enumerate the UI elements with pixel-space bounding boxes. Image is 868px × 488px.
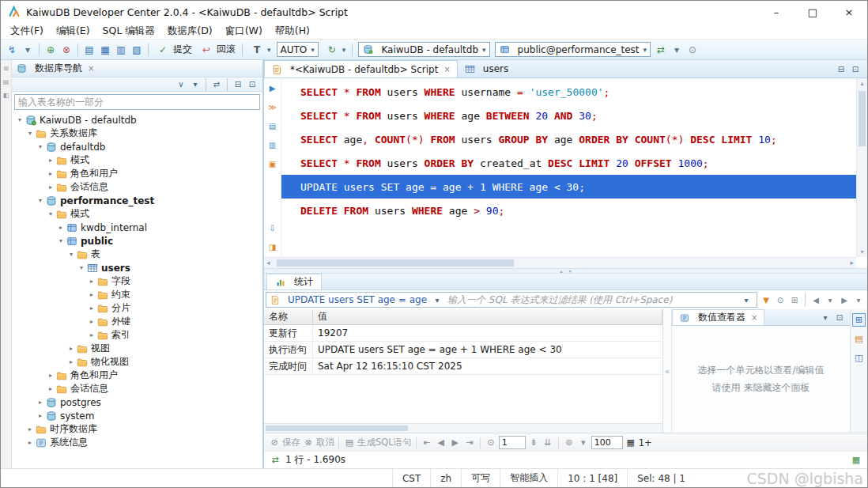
history-forward-icon[interactable]: ▶ (838, 293, 851, 306)
grid-view-icon[interactable]: ⊞ (852, 313, 866, 327)
shortcut-editor-icon[interactable]: ▤ (2, 78, 10, 85)
grid-hscroll-thumb[interactable] (266, 426, 408, 431)
grid-column-header[interactable]: 值 (313, 309, 662, 324)
transaction-mode-button[interactable]: T ▾ (246, 42, 274, 58)
goto-row-button[interactable]: ⊙ (485, 437, 497, 449)
tree-node[interactable]: ▸system (12, 409, 262, 422)
link-with-editor-icon[interactable]: ⇄ (210, 78, 223, 91)
restore-panel-icon[interactable]: ⊞ (2, 64, 10, 72)
tree-node[interactable]: ▸视图 (12, 342, 262, 355)
tree-node[interactable]: ▾KaiwuDB - defaultdb (12, 113, 262, 127)
filter-settings-icon[interactable]: ⊙ (774, 293, 787, 306)
tree-node[interactable]: ▾表 (12, 248, 262, 261)
tree-node[interactable]: ▾关系数据库 (12, 127, 262, 140)
value-viewer-maximize-icon[interactable]: ⊡ (833, 311, 846, 323)
prev-row-button[interactable]: ◀ (435, 437, 447, 449)
menu-item[interactable]: 数据库(D) (161, 23, 219, 40)
tree-node[interactable]: ▸会话信息 (12, 382, 262, 395)
tree-chevron-icon[interactable]: ▾ (56, 237, 66, 244)
tree-node[interactable]: ▸约束 (12, 288, 262, 301)
tree-chevron-icon[interactable]: ▸ (87, 305, 96, 312)
tree-node[interactable]: ▸模式 (12, 153, 262, 167)
tree-chevron-icon[interactable]: ▸ (66, 358, 76, 365)
tree-chevron-icon[interactable]: ▾ (46, 210, 55, 218)
tree-chevron-icon[interactable]: ▸ (66, 345, 76, 352)
grid-cell-value[interactable]: UPDATE users SET age = age + 1 WHERE age… (313, 344, 567, 355)
generate-sql-button[interactable]: 生成SQL语句 (357, 437, 412, 448)
tree-chevron-icon[interactable]: ▸ (87, 331, 96, 339)
tree-chevron-icon[interactable]: ▸ (87, 291, 96, 298)
tree-node[interactable]: ▾performance_test (12, 194, 262, 207)
grid-settings-dropdown-icon[interactable]: ▾ (577, 437, 590, 449)
sql-line[interactable]: DELETE FROM users WHERE age > 90; (281, 199, 856, 222)
execute-statement-icon[interactable]: ▶ (266, 82, 278, 94)
tree-chevron-icon[interactable]: ▸ (87, 278, 96, 285)
sql-editor[interactable]: SELECT * FROM users WHERE username = 'us… (281, 78, 856, 257)
menu-item[interactable]: 文件(F) (4, 23, 50, 40)
edit-hscrollbar[interactable]: ◂ ▸ (264, 257, 856, 268)
pin-connection-icon[interactable]: ⊙ (685, 43, 700, 57)
tree-chevron-icon[interactable]: ▸ (36, 412, 45, 419)
scroll-left-icon[interactable]: ◂ (266, 259, 270, 267)
tab-statistics[interactable]: 统计 (266, 274, 322, 289)
new-sql-editor-icon[interactable]: ▦ (98, 43, 112, 57)
plug-connect-icon[interactable]: ↯ (5, 43, 19, 57)
disconnect-icon[interactable]: ⊗ (59, 43, 74, 57)
grid-column-header[interactable]: 名称 (264, 309, 313, 324)
tree-node[interactable]: ▸角色和用户 (12, 167, 262, 180)
panel-toggle-icon[interactable]: ◨ (266, 241, 278, 253)
tree-chevron-icon[interactable]: ▸ (46, 157, 55, 164)
cancel-button[interactable]: 取消 (316, 437, 334, 448)
plug-dropdown-icon[interactable]: ▾ (21, 43, 35, 57)
maximize-view-icon[interactable]: ⊡ (246, 78, 259, 91)
tree-chevron-icon[interactable]: ▸ (36, 399, 45, 406)
sql-line[interactable]: SELECT * FROM users WHERE username = 'us… (281, 80, 856, 104)
output-console-icon[interactable]: ▣ (266, 158, 278, 170)
auto-commit-combo[interactable]: AUTO ▾ (277, 42, 319, 57)
close-button[interactable]: × (831, 1, 867, 23)
minimize-button[interactable]: – (758, 1, 794, 23)
new-connection-icon[interactable]: ⊕ (43, 43, 58, 57)
fetch-more-icon[interactable]: ▦ (625, 437, 637, 449)
hscroll-thumb[interactable] (277, 259, 514, 267)
tree-chevron-icon[interactable]: ▾ (25, 130, 35, 137)
vscroll-thumb[interactable] (859, 91, 866, 146)
history-back-icon[interactable]: ◀ (810, 293, 822, 306)
refresh-button[interactable]: ↻ ▾ (321, 42, 349, 58)
grid-settings-button[interactable]: ⊚ (563, 437, 576, 449)
navigator-tab[interactable]: 数据库导航 × (12, 60, 262, 78)
recent-sql-icon[interactable]: ▥ (114, 43, 128, 57)
grid-cell-value[interactable]: Sat Apr 12 16:15:10 CST 2025 (313, 361, 467, 372)
tree-chevron-icon[interactable]: ▸ (46, 170, 55, 177)
tree-node[interactable]: ▾模式 (12, 207, 262, 221)
menu-item[interactable]: SQL 编辑器 (96, 23, 161, 40)
tree-node[interactable]: ▸索引 (12, 328, 262, 342)
query-dropdown-icon[interactable]: ▾ (431, 293, 443, 306)
save-button[interactable]: 保存 (282, 437, 300, 448)
tree-chevron-icon[interactable]: ▸ (56, 224, 66, 231)
grid-cell-name[interactable]: 更新行 (264, 325, 313, 341)
tree-node[interactable]: ▸字段 (12, 274, 262, 288)
tree-chevron-icon[interactable]: ▸ (25, 426, 35, 433)
grid-row[interactable]: 执行语句UPDATE users SET age = age + 1 WHERE… (264, 342, 662, 358)
splitter-up-icon[interactable]: ▴ (560, 268, 562, 274)
auto-sync-icon[interactable]: ⇄ (654, 43, 668, 57)
fetch-page-button[interactable]: ⇟ (527, 437, 540, 449)
browse-view-icon[interactable]: ◫ (852, 351, 866, 365)
tree-chevron-icon[interactable]: ▸ (46, 372, 55, 379)
value-viewer-close-icon[interactable]: × (751, 313, 757, 322)
edit-vscrollbar[interactable]: ▴ ▾ (856, 78, 867, 257)
sql-line[interactable]: SELECT * FROM users ORDER BY created_at … (281, 151, 856, 175)
view-dropdown-icon[interactable]: ▾ (189, 78, 202, 91)
tree-node[interactable]: ▸物化视图 (12, 355, 262, 369)
minimize-editor-icon[interactable]: ⊟ (835, 62, 847, 75)
tree-chevron-icon[interactable]: ▾ (15, 116, 25, 123)
panel-splitter[interactable]: ▴ ▾ (264, 268, 867, 274)
execute-script-icon[interactable]: ≫ (266, 101, 278, 113)
tree-node[interactable]: ▾public (12, 234, 262, 248)
history-back-dropdown-icon[interactable]: ▾ (824, 293, 836, 306)
connection-combo[interactable]: KaiwuDB - defaultdb ▾ (358, 42, 489, 57)
scroll-right-icon[interactable]: ▸ (850, 259, 854, 267)
tree-chevron-icon[interactable]: ▾ (66, 251, 76, 258)
tab-sql-script[interactable]: *<KaiwuDB - defaultdb> Script × (264, 60, 458, 78)
